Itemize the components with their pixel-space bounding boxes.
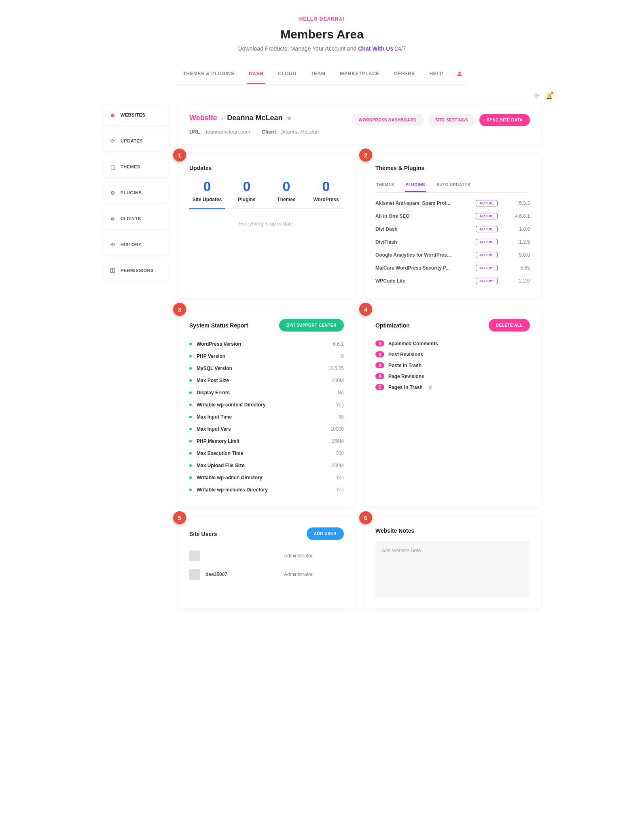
status-dot-icon bbox=[189, 416, 192, 418]
wp-dashboard-button[interactable]: WORDPRESS DASHBOARD bbox=[352, 114, 424, 126]
avatar bbox=[189, 551, 200, 561]
badge-5: 5 bbox=[173, 511, 186, 524]
bell-icon[interactable]: 🔔 bbox=[546, 93, 553, 99]
updates-col-plugins[interactable]: 0Plugins bbox=[229, 179, 265, 208]
top-nav: THEMES & PLUGINS DASH CLOUD TEAM MARKETP… bbox=[176, 64, 468, 85]
plugin-row[interactable]: Google Analytics for WordPres...ACTIVE9.… bbox=[375, 249, 530, 261]
status-name: Max Post Size bbox=[197, 378, 332, 383]
system-status-card: 3 System Status Report DIVI SUPPORT CENT… bbox=[179, 308, 354, 506]
sidebar: ⊕WEBSITES ⟳UPDATES ▢THEMES ⚙PLUGINS ⛭CLI… bbox=[104, 105, 168, 608]
svg-point-0 bbox=[458, 71, 460, 73]
tab-themes[interactable]: THEMES bbox=[375, 179, 395, 192]
site-users-card: 5 Site Users ADD USER Administratordee35… bbox=[179, 517, 354, 608]
sidebar-item-permissions[interactable]: ⚿PERMISSIONS bbox=[104, 260, 168, 281]
nav-cloud[interactable]: CLOUD bbox=[276, 64, 298, 84]
avatar bbox=[189, 569, 200, 580]
user-row[interactable]: dee35007Administrator bbox=[189, 565, 344, 584]
status-dot-icon bbox=[189, 464, 192, 467]
status-name: Writable wp-admin Directory bbox=[197, 475, 336, 480]
status-dot-icon bbox=[189, 367, 192, 370]
status-row: Max Input Vars10000 bbox=[189, 423, 344, 435]
status-row: Max Execution Time300 bbox=[189, 447, 344, 459]
plugin-version: 1.0.0 bbox=[510, 226, 530, 232]
plugin-row[interactable]: All in One SEOACTIVE4.6.8.1 bbox=[375, 210, 530, 223]
status-name: MySQL Version bbox=[197, 366, 328, 371]
tab-plugins[interactable]: PLUGINS bbox=[405, 179, 426, 192]
plugin-status: ACTIVE bbox=[476, 213, 498, 219]
status-row: Display ErrorsNo bbox=[189, 387, 344, 399]
divi-support-button[interactable]: DIVI SUPPORT CENTER bbox=[279, 319, 344, 332]
status-dot-icon bbox=[189, 391, 192, 394]
status-value: 10000 bbox=[330, 426, 344, 432]
status-row: PHP Version8 bbox=[189, 350, 344, 362]
notes-title: Website Notes bbox=[375, 527, 530, 534]
plugin-name: All in One SEO bbox=[375, 213, 476, 219]
updates-title: Updates bbox=[189, 165, 344, 171]
plugin-row[interactable]: MalCare WordPress Security P...ACTIVE5.6… bbox=[375, 261, 530, 274]
status-name: Max Input Time bbox=[197, 414, 339, 420]
opt-count: 2 bbox=[375, 384, 384, 390]
nav-offers[interactable]: OFFERS bbox=[392, 64, 417, 84]
status-value: Yes bbox=[336, 402, 344, 408]
nav-team[interactable]: TEAM bbox=[309, 64, 327, 84]
status-row: WordPress Version6.6.1 bbox=[189, 338, 344, 350]
status-dot-icon bbox=[189, 379, 192, 382]
plugin-name: WPCode Lite bbox=[375, 278, 476, 284]
optimization-card: 4 Optimization DELETE ALL 0Spammed Comme… bbox=[365, 308, 540, 506]
user-role: Administrator bbox=[284, 572, 313, 577]
updates-col-wp[interactable]: 0WordPress bbox=[308, 179, 344, 208]
opt-count: 0 bbox=[375, 340, 384, 346]
tab-auto-updates[interactable]: AUTO UPDATES bbox=[436, 179, 471, 192]
status-name: Max Input Vars bbox=[197, 426, 330, 432]
sync-site-button[interactable]: SYNC SITE DATA bbox=[479, 114, 530, 126]
note-input[interactable]: Add Website Note bbox=[375, 541, 530, 598]
plugin-status: ACTIVE bbox=[476, 278, 498, 284]
updates-card: 1 Updates 0Site Updates 0Plugins 0Themes… bbox=[179, 154, 354, 298]
refresh-icon[interactable]: ⟳ bbox=[534, 93, 539, 99]
nav-dash[interactable]: DASH bbox=[247, 64, 265, 84]
trash-icon[interactable]: 🗑 bbox=[428, 385, 433, 390]
status-row: Max Upload File Size200M bbox=[189, 459, 344, 472]
sidebar-item-history[interactable]: ⟲HISTORY bbox=[104, 234, 168, 255]
add-user-button[interactable]: ADD USER bbox=[307, 527, 344, 540]
nav-help[interactable]: HELP bbox=[428, 64, 445, 84]
updates-col-themes[interactable]: 0Themes bbox=[269, 179, 304, 208]
sidebar-item-updates[interactable]: ⟳UPDATES bbox=[104, 131, 168, 151]
nav-marketplace[interactable]: MARKETPLACE bbox=[338, 64, 381, 84]
tp-title: Themes & Plugins bbox=[375, 165, 530, 171]
plug-icon: ⚙ bbox=[110, 190, 116, 196]
sidebar-item-websites[interactable]: ⊕WEBSITES bbox=[104, 105, 168, 125]
status-row: Max Post Size200M bbox=[189, 374, 344, 387]
plugin-row[interactable]: Akismet Anti-spam: Spam Prot...ACTIVE5.3… bbox=[375, 197, 530, 210]
plugin-row[interactable]: DiviFlashACTIVE1.2.5 bbox=[375, 236, 530, 249]
breadcrumb-root[interactable]: Website bbox=[189, 114, 217, 122]
delete-all-button[interactable]: DELETE ALL bbox=[489, 319, 530, 332]
status-name: Display Errors bbox=[197, 390, 338, 395]
nav-themes-plugins[interactable]: THEMES & PLUGINS bbox=[181, 64, 236, 84]
opt-name: Page Revisions bbox=[388, 374, 424, 379]
opt-count: 0 bbox=[375, 373, 384, 379]
status-value: Yes bbox=[336, 487, 344, 493]
plugin-version: 1.2.5 bbox=[510, 239, 530, 245]
updates-col-site[interactable]: 0Site Updates bbox=[189, 179, 225, 209]
themes-plugins-card: 2 Themes & Plugins THEMES PLUGINS AUTO U… bbox=[365, 154, 540, 298]
plugin-row[interactable]: Divi DashACTIVE1.0.0 bbox=[375, 223, 530, 236]
plugin-name: Akismet Anti-spam: Spam Prot... bbox=[375, 200, 476, 206]
user-row[interactable]: Administrator bbox=[189, 546, 344, 565]
plugin-status: ACTIVE bbox=[476, 252, 498, 258]
plugin-version: 5.65 bbox=[510, 265, 530, 271]
sidebar-item-plugins[interactable]: ⚙PLUGINS bbox=[104, 183, 168, 203]
star-icon[interactable]: ★ bbox=[286, 115, 292, 122]
uptodate-text: Everything is up to date. bbox=[189, 221, 344, 227]
user-icon[interactable] bbox=[456, 66, 463, 83]
status-dot-icon bbox=[189, 428, 192, 430]
chat-link[interactable]: Chat With Us bbox=[358, 45, 393, 52]
plugin-row[interactable]: WPCode LiteACTIVE2.2.0 bbox=[375, 274, 530, 287]
sidebar-item-clients[interactable]: ⛭CLIENTS bbox=[104, 208, 168, 229]
users-title: Site Users bbox=[189, 531, 217, 537]
status-row: MySQL Version10.5.25 bbox=[189, 362, 344, 374]
sidebar-item-themes[interactable]: ▢THEMES bbox=[104, 157, 168, 177]
site-settings-button[interactable]: SITE SETTINGS bbox=[428, 114, 476, 126]
plugin-name: Divi Dash bbox=[375, 226, 476, 232]
status-name: Max Upload File Size bbox=[197, 463, 332, 468]
